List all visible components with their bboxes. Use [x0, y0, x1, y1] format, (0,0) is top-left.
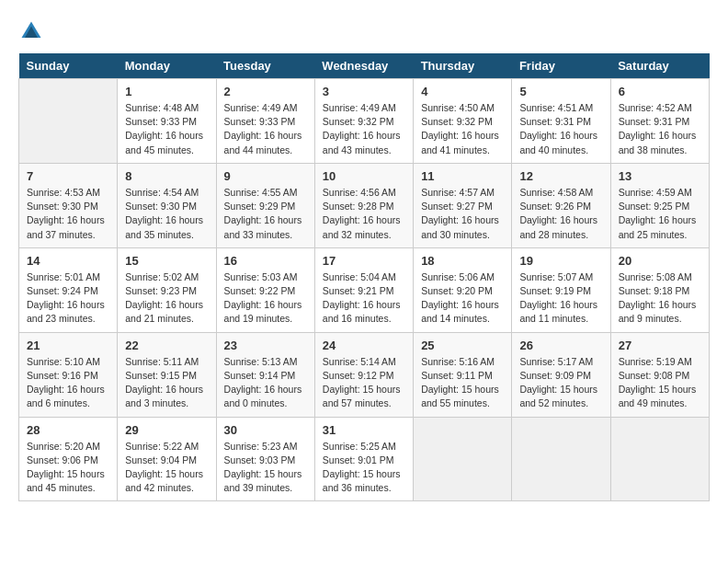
day-number: 31 — [323, 423, 405, 437]
day-number: 16 — [224, 254, 307, 268]
calendar-cell: 8 Sunrise: 4:54 AMSunset: 9:30 PMDayligh… — [118, 163, 216, 247]
day-header-wednesday: Wednesday — [314, 53, 413, 79]
calendar-cell: 11 Sunrise: 4:57 AMSunset: 9:27 PMDaylig… — [414, 163, 512, 247]
cell-content: Sunrise: 4:56 AMSunset: 9:28 PMDaylight:… — [323, 186, 405, 242]
day-number: 25 — [421, 339, 504, 352]
cell-content: Sunrise: 5:17 AMSunset: 9:09 PMDaylight:… — [519, 355, 602, 411]
header-row: SundayMondayTuesdayWednesdayThursdayFrid… — [19, 53, 710, 79]
calendar-cell: 18 Sunrise: 5:06 AMSunset: 9:20 PMDaylig… — [414, 247, 512, 332]
cell-content: Sunrise: 5:11 AMSunset: 9:15 PMDaylight:… — [125, 355, 208, 411]
week-row-2: 7 Sunrise: 4:53 AMSunset: 9:30 PMDayligh… — [19, 163, 710, 247]
cell-content: Sunrise: 4:54 AMSunset: 9:30 PMDaylight:… — [125, 186, 208, 242]
cell-content: Sunrise: 4:51 AMSunset: 9:31 PMDaylight:… — [519, 101, 602, 157]
calendar-cell: 28 Sunrise: 5:20 AMSunset: 9:06 PMDaylig… — [19, 417, 118, 501]
calendar-cell: 14 Sunrise: 5:01 AMSunset: 9:24 PMDaylig… — [19, 247, 118, 332]
day-number: 7 — [27, 169, 109, 183]
day-number: 28 — [27, 423, 109, 437]
cell-content: Sunrise: 5:07 AMSunset: 9:19 PMDaylight:… — [519, 270, 602, 327]
cell-content: Sunrise: 5:08 AMSunset: 9:18 PMDaylight:… — [619, 270, 701, 327]
calendar-cell — [414, 417, 512, 501]
page-header — [18, 18, 710, 44]
day-header-tuesday: Tuesday — [216, 53, 314, 79]
cell-content: Sunrise: 5:23 AMSunset: 9:03 PMDaylight:… — [224, 440, 307, 496]
day-header-thursday: Thursday — [414, 53, 512, 79]
day-number: 9 — [224, 169, 307, 183]
calendar-cell: 2 Sunrise: 4:49 AMSunset: 9:33 PMDayligh… — [216, 79, 314, 164]
cell-content: Sunrise: 5:19 AMSunset: 9:08 PMDaylight:… — [619, 355, 701, 411]
cell-content: Sunrise: 5:04 AMSunset: 9:21 PMDaylight:… — [323, 270, 405, 327]
cell-content: Sunrise: 5:10 AMSunset: 9:16 PMDaylight:… — [27, 355, 109, 411]
week-row-4: 21 Sunrise: 5:10 AMSunset: 9:16 PMDaylig… — [19, 332, 710, 417]
cell-content: Sunrise: 4:48 AMSunset: 9:33 PMDaylight:… — [125, 101, 208, 157]
day-number: 13 — [619, 169, 701, 183]
calendar-cell: 7 Sunrise: 4:53 AMSunset: 9:30 PMDayligh… — [19, 163, 118, 247]
day-number: 4 — [421, 85, 504, 98]
week-row-3: 14 Sunrise: 5:01 AMSunset: 9:24 PMDaylig… — [19, 247, 710, 332]
calendar-cell: 1 Sunrise: 4:48 AMSunset: 9:33 PMDayligh… — [118, 79, 216, 164]
logo-icon — [18, 18, 44, 44]
cell-content: Sunrise: 5:06 AMSunset: 9:20 PMDaylight:… — [421, 270, 504, 327]
calendar-cell: 13 Sunrise: 4:59 AMSunset: 9:25 PMDaylig… — [610, 163, 709, 247]
cell-content: Sunrise: 5:13 AMSunset: 9:14 PMDaylight:… — [224, 355, 307, 411]
calendar-cell: 30 Sunrise: 5:23 AMSunset: 9:03 PMDaylig… — [216, 417, 314, 501]
calendar-cell: 5 Sunrise: 4:51 AMSunset: 9:31 PMDayligh… — [512, 79, 610, 164]
cell-content: Sunrise: 4:57 AMSunset: 9:27 PMDaylight:… — [421, 186, 504, 242]
day-header-monday: Monday — [118, 53, 216, 79]
day-number: 12 — [519, 169, 602, 183]
logo — [18, 18, 48, 44]
calendar-cell: 20 Sunrise: 5:08 AMSunset: 9:18 PMDaylig… — [610, 247, 709, 332]
calendar-cell — [512, 417, 610, 501]
calendar-cell: 24 Sunrise: 5:14 AMSunset: 9:12 PMDaylig… — [314, 332, 413, 417]
day-number: 18 — [421, 254, 504, 268]
calendar-cell — [19, 79, 118, 164]
day-number: 23 — [224, 339, 307, 352]
day-number: 5 — [519, 85, 602, 98]
day-number: 21 — [27, 339, 109, 352]
calendar-cell: 4 Sunrise: 4:50 AMSunset: 9:32 PMDayligh… — [414, 79, 512, 164]
calendar-cell: 26 Sunrise: 5:17 AMSunset: 9:09 PMDaylig… — [512, 332, 610, 417]
day-number: 27 — [619, 339, 701, 352]
calendar-cell — [610, 417, 709, 501]
calendar-cell: 17 Sunrise: 5:04 AMSunset: 9:21 PMDaylig… — [314, 247, 413, 332]
day-header-sunday: Sunday — [19, 53, 118, 79]
cell-content: Sunrise: 5:16 AMSunset: 9:11 PMDaylight:… — [421, 355, 504, 411]
day-number: 15 — [125, 254, 208, 268]
calendar-cell: 31 Sunrise: 5:25 AMSunset: 9:01 PMDaylig… — [314, 417, 413, 501]
cell-content: Sunrise: 4:59 AMSunset: 9:25 PMDaylight:… — [619, 186, 701, 242]
calendar-cell: 16 Sunrise: 5:03 AMSunset: 9:22 PMDaylig… — [216, 247, 314, 332]
day-number: 14 — [27, 254, 109, 268]
calendar-cell: 10 Sunrise: 4:56 AMSunset: 9:28 PMDaylig… — [314, 163, 413, 247]
day-number: 2 — [224, 85, 307, 98]
cell-content: Sunrise: 5:25 AMSunset: 9:01 PMDaylight:… — [323, 440, 405, 496]
day-header-friday: Friday — [512, 53, 610, 79]
calendar-cell: 29 Sunrise: 5:22 AMSunset: 9:04 PMDaylig… — [118, 417, 216, 501]
cell-content: Sunrise: 4:49 AMSunset: 9:32 PMDaylight:… — [323, 101, 405, 157]
day-number: 24 — [323, 339, 405, 352]
day-number: 11 — [421, 169, 504, 183]
day-number: 29 — [125, 423, 208, 437]
cell-content: Sunrise: 4:53 AMSunset: 9:30 PMDaylight:… — [27, 186, 109, 242]
calendar-cell: 19 Sunrise: 5:07 AMSunset: 9:19 PMDaylig… — [512, 247, 610, 332]
cell-content: Sunrise: 5:01 AMSunset: 9:24 PMDaylight:… — [27, 270, 109, 327]
calendar-cell: 6 Sunrise: 4:52 AMSunset: 9:31 PMDayligh… — [610, 79, 709, 164]
cell-content: Sunrise: 5:20 AMSunset: 9:06 PMDaylight:… — [27, 440, 109, 496]
day-number: 22 — [125, 339, 208, 352]
cell-content: Sunrise: 4:58 AMSunset: 9:26 PMDaylight:… — [519, 186, 602, 242]
calendar-cell: 27 Sunrise: 5:19 AMSunset: 9:08 PMDaylig… — [610, 332, 709, 417]
cell-content: Sunrise: 4:49 AMSunset: 9:33 PMDaylight:… — [224, 101, 307, 157]
calendar-cell: 15 Sunrise: 5:02 AMSunset: 9:23 PMDaylig… — [118, 247, 216, 332]
cell-content: Sunrise: 4:52 AMSunset: 9:31 PMDaylight:… — [619, 101, 701, 157]
calendar-cell: 22 Sunrise: 5:11 AMSunset: 9:15 PMDaylig… — [118, 332, 216, 417]
day-number: 17 — [323, 254, 405, 268]
day-number: 19 — [519, 254, 602, 268]
calendar-cell: 23 Sunrise: 5:13 AMSunset: 9:14 PMDaylig… — [216, 332, 314, 417]
day-number: 26 — [519, 339, 602, 352]
calendar-cell: 21 Sunrise: 5:10 AMSunset: 9:16 PMDaylig… — [19, 332, 118, 417]
calendar-table: SundayMondayTuesdayWednesdayThursdayFrid… — [18, 53, 710, 501]
day-number: 20 — [619, 254, 701, 268]
cell-content: Sunrise: 5:14 AMSunset: 9:12 PMDaylight:… — [323, 355, 405, 411]
day-header-saturday: Saturday — [610, 53, 709, 79]
cell-content: Sunrise: 5:02 AMSunset: 9:23 PMDaylight:… — [125, 270, 208, 327]
cell-content: Sunrise: 5:03 AMSunset: 9:22 PMDaylight:… — [224, 270, 307, 327]
week-row-5: 28 Sunrise: 5:20 AMSunset: 9:06 PMDaylig… — [19, 417, 710, 501]
